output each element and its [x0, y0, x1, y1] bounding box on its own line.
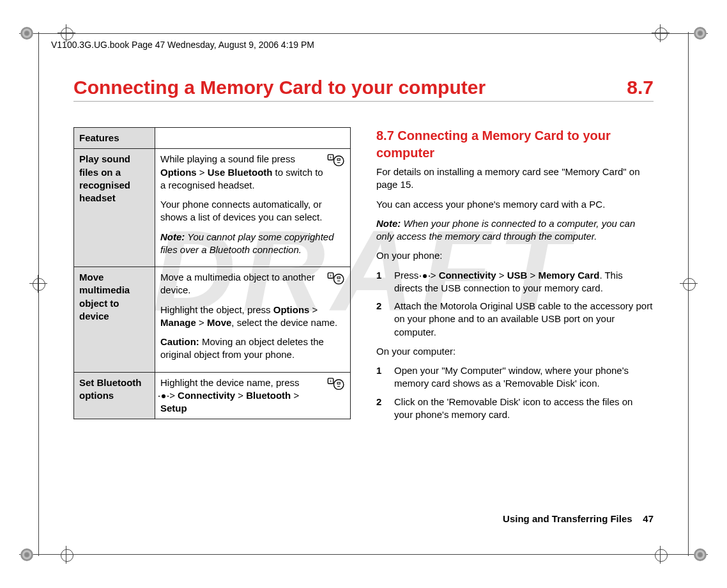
- menu-path: Options: [160, 167, 197, 178]
- crop-mark-icon: [57, 546, 75, 564]
- text: >: [167, 390, 178, 401]
- list-heading: On your phone:: [376, 249, 654, 262]
- section-heading: 8.7 Connecting a Memory Card to your com…: [376, 127, 654, 162]
- note-text: When your phone is connected to a comput…: [376, 218, 635, 242]
- footer-chapter: Using and Transferring Files: [503, 513, 632, 524]
- crop-mark-icon: [652, 546, 670, 564]
- bluetooth-device-icon: +: [327, 376, 345, 392]
- paragraph: You can access your phone's memory card …: [376, 198, 654, 211]
- text: Highlight the device name, press: [160, 377, 300, 388]
- menu-path: Memory Card: [539, 270, 600, 281]
- list-item: 2 Attach the Motorola Original USB cable…: [376, 300, 654, 339]
- menu-path: Bluetooth: [246, 390, 291, 401]
- registration-rosette-icon: [694, 548, 707, 561]
- features-header-cell: Features: [74, 128, 155, 149]
- list-item: 2 Click on the 'Removable Disk' icon to …: [376, 396, 654, 422]
- step-number: 1: [376, 269, 385, 295]
- svg-text:+: +: [330, 274, 332, 278]
- step-number: 2: [376, 396, 385, 422]
- crop-mark-icon: [652, 24, 670, 42]
- registration-rosette-icon: [20, 548, 33, 561]
- menu-path: Connectivity: [178, 390, 235, 401]
- crop-mark-icon: [29, 275, 47, 293]
- menu-path: Connectivity: [439, 270, 496, 281]
- table-row: Play sound files on a recognised headset…: [74, 149, 351, 267]
- svg-point-10: [334, 380, 344, 389]
- feature-desc-cell: + Move a multimedia object to another de…: [155, 267, 351, 373]
- text: Open your "My Computer" window, where yo…: [394, 364, 654, 391]
- svg-rect-3: [337, 159, 340, 160]
- text: >: [309, 304, 318, 315]
- crop-line-right: [688, 32, 689, 556]
- svg-text:+: +: [330, 378, 332, 383]
- right-column: 8.7 Connecting a Memory Card to your com…: [376, 127, 654, 428]
- note-label: Note:: [376, 218, 401, 229]
- menu-path: USB: [507, 270, 528, 281]
- table-row: Move multimedia object to device + Move …: [74, 267, 351, 373]
- features-table: Features Play sound files on a recognise…: [73, 127, 351, 419]
- text: Highlight the object, press: [160, 304, 273, 315]
- text: >: [428, 270, 439, 281]
- text: Your phone connects automatically, or sh…: [160, 198, 345, 224]
- text: >: [496, 270, 507, 281]
- svg-rect-7: [337, 277, 340, 279]
- note-label: Note:: [160, 231, 185, 242]
- title-text: Connecting a Memory Card to your compute…: [73, 77, 486, 98]
- features-header-empty: [155, 128, 351, 149]
- nav-key-icon: [160, 393, 167, 399]
- table-row: Set Bluetooth options + Highlight the de…: [74, 372, 351, 419]
- caution-label: Caution:: [160, 336, 199, 347]
- phone-steps-list: 1 Press > Connectivity > USB > Memory Ca…: [376, 269, 654, 339]
- crop-line-bottom: [19, 554, 708, 555]
- list-item: 1 Open your "My Computer" window, where …: [376, 364, 654, 391]
- text: While playing a sound file press: [160, 153, 295, 164]
- bluetooth-device-icon: +: [327, 271, 345, 286]
- crop-line-left: [38, 32, 39, 556]
- step-number: 2: [376, 300, 385, 339]
- feature-name-cell: Move multimedia object to device: [74, 267, 155, 373]
- text: >: [291, 390, 299, 401]
- feature-desc-cell: + Highlight the device name, press > Con…: [155, 372, 351, 419]
- page-footer: Using and Transferring Files 47: [503, 513, 654, 524]
- text: >: [527, 270, 538, 281]
- registration-rosette-icon: [694, 27, 707, 40]
- text: Press: [394, 270, 422, 281]
- list-item: 1 Press > Connectivity > USB > Memory Ca…: [376, 269, 654, 295]
- list-heading: On your computer:: [376, 345, 654, 358]
- menu-path: Manage: [160, 317, 196, 328]
- svg-point-6: [334, 274, 344, 284]
- crop-mark-icon: [680, 275, 698, 293]
- crop-line-top: [19, 33, 708, 34]
- paragraph: For details on installing a memory card …: [376, 166, 654, 192]
- page-content: Connecting a Memory Card to your compute…: [73, 77, 654, 524]
- text: >: [235, 390, 246, 401]
- registration-rosette-icon: [20, 27, 33, 40]
- note-text: You cannot play some copyrighted files o…: [160, 231, 334, 255]
- menu-path: Use Bluetooth: [208, 167, 273, 178]
- text: >: [197, 167, 208, 178]
- text: Move a multimedia object to another devi…: [160, 271, 345, 297]
- header-metadata: V1100.3G.UG.book Page 47 Wednesday, Augu…: [51, 40, 314, 50]
- svg-text:+: +: [330, 155, 332, 160]
- step-number: 1: [376, 364, 385, 391]
- menu-path: Options: [273, 304, 310, 315]
- menu-path: Move: [207, 317, 231, 328]
- page-title: Connecting a Memory Card to your compute…: [73, 77, 654, 102]
- left-column: Features Play sound files on a recognise…: [73, 127, 351, 428]
- svg-rect-11: [337, 382, 340, 384]
- text: , select the device name.: [231, 317, 337, 328]
- footer-page-number: 47: [643, 513, 654, 524]
- text: >: [196, 317, 207, 328]
- computer-steps-list: 1 Open your "My Computer" window, where …: [376, 364, 654, 421]
- feature-desc-cell: + While playing a sound file press Optio…: [155, 149, 351, 267]
- section-number: 8.7: [627, 77, 654, 98]
- nav-key-icon: [422, 273, 428, 279]
- svg-point-2: [334, 156, 344, 166]
- text: Attach the Motorola Original USB cable t…: [394, 300, 654, 339]
- menu-path: Setup: [160, 403, 187, 414]
- feature-name-cell: Play sound files on a recognised headset: [74, 149, 155, 267]
- feature-name-cell: Set Bluetooth options: [74, 372, 155, 419]
- bluetooth-device-icon: +: [327, 153, 345, 168]
- text: Click on the 'Removable Disk' icon to ac…: [394, 396, 654, 422]
